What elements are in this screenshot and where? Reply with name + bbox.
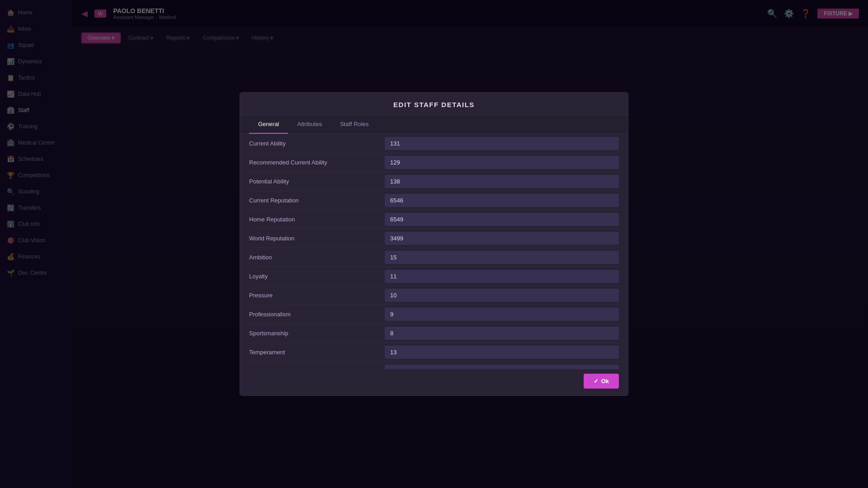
modal-body: Current AbilityRecommended Current Abili… [240,134,628,369]
form-row-pressure: Pressure [249,286,619,305]
tab-general[interactable]: General [249,115,288,134]
input-loyalty[interactable] [385,270,619,283]
input-recommended-current-ability[interactable] [385,156,619,169]
label-ambition: Ambition [249,254,385,261]
label-controversy: Controversy [249,368,385,369]
label-potential-ability: Potential Ability [249,178,385,185]
input-sportsmanship[interactable] [385,327,619,340]
input-temperament[interactable] [385,346,619,359]
form-row-recommended-current-ability: Recommended Current Ability [249,153,619,172]
form-row-controversy: Controversy [249,362,619,369]
input-home-reputation[interactable] [385,213,619,226]
input-current-ability[interactable] [385,137,619,150]
input-current-reputation[interactable] [385,194,619,207]
label-loyalty: Loyalty [249,273,385,280]
label-pressure: Pressure [249,292,385,299]
tab-staff-roles[interactable]: Staff Roles [331,115,377,134]
input-professionalism[interactable] [385,308,619,321]
label-current-reputation: Current Reputation [249,197,385,204]
form-row-world-reputation: World Reputation [249,229,619,248]
input-pressure[interactable] [385,289,619,302]
input-potential-ability[interactable] [385,175,619,188]
ok-label: Ok [601,378,609,385]
input-world-reputation[interactable] [385,232,619,245]
form-row-professionalism: Professionalism [249,305,619,324]
form-row-potential-ability: Potential Ability [249,172,619,191]
tab-attributes[interactable]: Attributes [288,115,331,134]
edit-staff-modal: EDIT STAFF DETAILS GeneralAttributesStaf… [240,92,628,396]
input-ambition[interactable] [385,251,619,264]
form-row-home-reputation: Home Reputation [249,210,619,229]
modal-tabs: GeneralAttributesStaff Roles [240,115,628,134]
form-row-loyalty: Loyalty [249,267,619,286]
label-sportsmanship: Sportsmanship [249,330,385,337]
ok-button[interactable]: ✓ Ok [584,374,619,389]
form-row-ambition: Ambition [249,248,619,267]
label-professionalism: Professionalism [249,311,385,318]
modal-footer: ✓ Ok [240,369,628,395]
label-home-reputation: Home Reputation [249,216,385,223]
form-row-current-reputation: Current Reputation [249,191,619,210]
label-temperament: Temperament [249,349,385,356]
checkmark-icon: ✓ [594,378,599,385]
form-row-current-ability: Current Ability [249,134,619,153]
label-recommended-current-ability: Recommended Current Ability [249,159,385,166]
form-row-sportsmanship: Sportsmanship [249,324,619,343]
modal-title: EDIT STAFF DETAILS [240,93,628,115]
form-row-temperament: Temperament [249,343,619,362]
label-world-reputation: World Reputation [249,235,385,242]
label-current-ability: Current Ability [249,140,385,147]
input-controversy[interactable] [385,365,619,369]
